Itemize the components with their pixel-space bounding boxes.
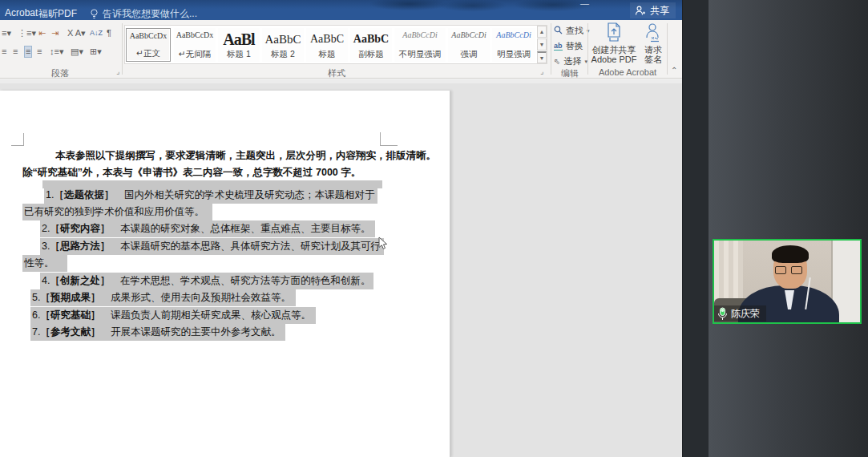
line-spacing-icon[interactable]: ↕≡▾ bbox=[50, 47, 63, 57]
style-chip-4[interactable]: AaBbC标题 2 bbox=[262, 28, 304, 62]
justify-icon[interactable]: ≡ bbox=[24, 46, 32, 58]
ribbon-shadow-strip bbox=[0, 79, 682, 83]
align-center-icon[interactable]: ≡ bbox=[13, 47, 18, 57]
document-text-line[interactable]: 除“研究基础”外，本表与《申请书》表二内容一致，总字数不超过 7000 字。 bbox=[22, 164, 361, 181]
style-preview: AaBbCcDx bbox=[127, 31, 170, 49]
style-preview: AaBbC bbox=[350, 30, 392, 48]
collapse-ribbon-button[interactable]: ⌃ bbox=[671, 66, 677, 75]
text-run: 国内外相关研究的学术史梳理及研究动态；本课题相对于 bbox=[114, 189, 374, 200]
style-chip-7[interactable]: AaBbCcDi不明显强调 bbox=[394, 28, 446, 62]
text-run: 课题负责人前期相关研究成果、核心观点等。 bbox=[100, 309, 311, 321]
share-label: 共享 bbox=[650, 4, 669, 18]
text-run-wrap: 5.［预期成果］ 成果形式、使用去向及预期社会效益等。 bbox=[30, 289, 296, 306]
bold-text-run: ［选题依据］ bbox=[54, 189, 114, 200]
microphone-icon bbox=[717, 307, 728, 321]
document-text-line[interactable]: 3.［思路方法］ 本课题研究的基本思路、具体研究方法、研究计划及其可行 bbox=[40, 238, 384, 255]
style-preview: AaBbCcDi bbox=[394, 30, 446, 48]
document-text-line[interactable]: 本表参照以下提纲撰写，要求逻辑清晰，主题突出，层次分明，内容翔实，排版清晰。 bbox=[55, 148, 436, 164]
edit-item-label: 替换 bbox=[566, 40, 583, 52]
document-text-line[interactable]: 2.［研究内容］ 本课题的研究对象、总体框架、重点难点、主要目标等。 bbox=[40, 220, 375, 237]
text-run-wrap: 除“研究基础”外，本表与《申请书》表二内容一致，总字数不超过 7000 字。 bbox=[22, 164, 361, 181]
text-run-wrap: 2.［研究内容］ 本课题的研究对象、总体框架、重点难点、主要目标等。 bbox=[40, 220, 375, 237]
gallery-scroll-down-button[interactable]: ▼ bbox=[537, 38, 547, 51]
style-label: 标题 bbox=[306, 49, 348, 60]
show-marks-icon[interactable]: ¶ bbox=[107, 28, 111, 38]
style-label: 不明显强调 bbox=[394, 49, 446, 60]
style-chip-3[interactable]: AaBl标题 1 bbox=[218, 28, 260, 62]
sort-icon[interactable]: A↓Z bbox=[90, 28, 103, 38]
style-chip-6[interactable]: AaBbC副标题 bbox=[350, 28, 392, 62]
borders-icon[interactable]: ⊞▾ bbox=[90, 47, 102, 57]
document-text-line[interactable]: 性等。 bbox=[22, 255, 67, 272]
edit-item-label: 选择 bbox=[563, 55, 581, 67]
style-preview: AaBl bbox=[218, 30, 260, 48]
text-run-wrap: 4.［创新之处］ 在学术思想、学术观点、研究方法等方面的特色和创新。 bbox=[40, 273, 373, 289]
bold-text-run: ［研究内容］ bbox=[50, 223, 110, 234]
bold-text-run: 本表参照以下提纲撰写，要求逻辑清晰，主题突出，层次分明，内容翔实，排版清晰。 bbox=[55, 150, 436, 161]
gallery-scroll-up-button[interactable]: ▲ bbox=[537, 26, 547, 38]
select-menu-item[interactable]: ⇖选择▾ bbox=[554, 55, 587, 67]
participant-nametag: 陈庆荣 bbox=[714, 305, 766, 322]
document-text-line[interactable]: 6.［研究基础］ 课题负责人前期相关研究成果、核心观点等。 bbox=[30, 307, 316, 324]
text-run: 2. bbox=[42, 223, 50, 234]
multilevel-list-icon[interactable]: ⋮≡▾ bbox=[18, 28, 36, 38]
style-label: 标题 2 bbox=[262, 49, 304, 60]
styles-group-label: 样式 bbox=[240, 67, 433, 79]
align-left-icon[interactable]: ≡ bbox=[2, 47, 6, 57]
document-page[interactable]: 本表参照以下提纲撰写，要求逻辑清晰，主题突出，层次分明，内容翔实，排版清晰。除“… bbox=[0, 91, 450, 457]
replace-icon: ab bbox=[554, 42, 563, 51]
document-text-line[interactable]: 7.［参考文献］ 开展本课题研究的主要中外参考文献。 bbox=[30, 324, 285, 341]
menu-tab-1[interactable]: Acrobat bbox=[5, 7, 38, 18]
asian-layout-icon[interactable]: X A▾ bbox=[67, 28, 86, 38]
paragraph-group-label: 段落 bbox=[0, 67, 120, 79]
share-button[interactable]: 共享 bbox=[630, 2, 676, 18]
style-label: ↵无间隔 bbox=[174, 49, 216, 60]
document-text-line[interactable]: 已有研究的独到学术价值和应用价值等。 bbox=[22, 204, 212, 220]
request-signatures-button[interactable]: 请求 签名 bbox=[639, 22, 668, 64]
create-share-pdf-button[interactable]: 创建并共享 Adobe PDF bbox=[591, 22, 637, 64]
style-chip-9[interactable]: AaBbCcDi明显强调 bbox=[492, 28, 535, 62]
styles-gallery: AaBbCcDx↵正文AaBbCcDx↵无间隔AaBl标题 1AaBbC标题 2… bbox=[124, 25, 547, 64]
decrease-indent-icon[interactable]: ⇤ bbox=[38, 28, 46, 38]
participant-video-tile[interactable]: 陈庆荣 bbox=[713, 239, 862, 324]
editing-group-label: 编辑 bbox=[551, 67, 588, 79]
increase-indent-icon[interactable]: ⇥ bbox=[51, 28, 59, 38]
document-text-line[interactable]: 4.［创新之处］ 在学术思想、学术观点、研究方法等方面的特色和创新。 bbox=[40, 273, 373, 289]
numbering-icon[interactable]: ≡▾ bbox=[2, 28, 11, 38]
menu-tab-2[interactable]: 福昕PDF bbox=[38, 7, 77, 21]
shading-icon[interactable]: ▤▾ bbox=[71, 47, 83, 57]
styles-dialog-launcher[interactable]: ⌟ bbox=[540, 67, 543, 75]
style-chip-2[interactable]: AaBbCcDx↵无间隔 bbox=[174, 28, 216, 62]
bold-text-run: ［研究基础］ bbox=[40, 309, 100, 321]
meeting-side-panel: 陈庆荣 bbox=[709, 0, 868, 457]
style-label: ↵正文 bbox=[127, 48, 170, 59]
text-run: 本课题研究的基本思路、具体研究方法、研究计划及其可行 bbox=[110, 241, 381, 252]
style-chip-8[interactable]: AaBbCcDi强调 bbox=[448, 28, 490, 62]
group-separator bbox=[122, 23, 123, 75]
edit-item-label: 查找 bbox=[566, 25, 583, 37]
distribute-icon[interactable]: ≡ bbox=[37, 47, 42, 57]
document-text-line[interactable]: 1.［选题依据］ 国内外相关研究的学术史梳理及研究动态；本课题相对于 bbox=[44, 187, 377, 204]
select-arrow-icon: ⇖ bbox=[554, 57, 560, 66]
gallery-more-button[interactable]: ▼ bbox=[537, 51, 547, 63]
find-menu-item[interactable]: 查找▾ bbox=[554, 25, 590, 37]
tell-me-box[interactable]: 告诉我您想要做什么... bbox=[90, 7, 197, 21]
paragraph-dialog-launcher[interactable]: ⌟ bbox=[116, 67, 119, 75]
style-preview: AaBbCcDx bbox=[174, 30, 216, 48]
lightbulb-icon bbox=[90, 9, 99, 19]
document-text-line[interactable]: 5.［预期成果］ 成果形式、使用去向及预期社会效益等。 bbox=[30, 289, 296, 306]
title-bar: Acrobat福昕PDF 告诉我您想要做什么... — 共享 bbox=[0, 0, 682, 20]
word-window: Acrobat福昕PDF 告诉我您想要做什么... — 共享 bbox=[0, 0, 682, 457]
text-boundary-mark-right bbox=[380, 132, 398, 146]
text-run-wrap: 已有研究的独到学术价值和应用价值等。 bbox=[22, 204, 212, 220]
create-share-label-line2: Adobe PDF bbox=[591, 55, 637, 64]
replace-menu-item[interactable]: ab替换 bbox=[554, 40, 583, 52]
style-chip-5[interactable]: AaBbC标题 bbox=[306, 28, 348, 62]
mouse-cursor-icon bbox=[378, 237, 390, 251]
style-preview: AaBbCcDi bbox=[448, 30, 490, 48]
style-chip-1[interactable]: AaBbCcDx↵正文 bbox=[126, 28, 171, 62]
minimize-button[interactable]: — bbox=[580, 0, 589, 8]
text-run: 开展本课题研究的主要中外参考文献。 bbox=[100, 326, 281, 338]
text-run: 在学术思想、学术观点、研究方法等方面的特色和创新。 bbox=[110, 275, 370, 286]
style-label: 强调 bbox=[448, 49, 490, 60]
